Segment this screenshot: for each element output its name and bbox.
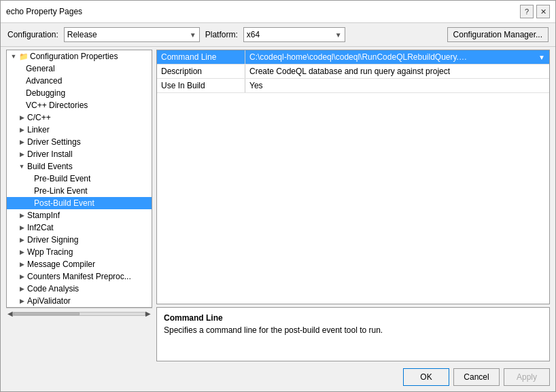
prop-row-description[interactable]: Description Create CodeQL database and r…	[157, 65, 549, 79]
config-manager-button[interactable]: Configuration Manager...	[447, 27, 549, 42]
tree-root-label: Configuration Properties	[30, 52, 118, 61]
tree-item-general-label: General	[26, 64, 55, 73]
tree-item-debugging[interactable]: Debugging	[7, 87, 152, 99]
linker-expand-icon: ▶	[18, 126, 26, 134]
tree-item-build-events-label: Build Events	[27, 162, 73, 171]
right-panel: Command Line C:\codeql-home\codeql\codeq…	[156, 50, 550, 361]
tree-item-code-analysis[interactable]: ▶ Code Analysis	[7, 283, 152, 295]
tree-item-pre-build[interactable]: Pre-Build Event	[7, 173, 152, 185]
tree-item-advanced-label: Advanced	[26, 76, 62, 86]
tree-root[interactable]: ▼ 📁 Configuration Properties	[7, 50, 152, 63]
prop-row-commandline[interactable]: Command Line C:\codeql-home\codeql\codeq…	[157, 50, 549, 65]
tree-item-cpp[interactable]: ▶ C/C++	[7, 111, 152, 124]
tree-item-driver-signing-label: Driver Signing	[27, 235, 78, 245]
cancel-button[interactable]: Cancel	[453, 368, 500, 386]
msg-compiler-expand-icon: ▶	[18, 260, 26, 268]
tree-item-apivalidator[interactable]: ▶ ApiValidator	[7, 295, 152, 307]
title-bar-controls: ? ✕	[520, 5, 550, 18]
driver-install-expand-icon: ▶	[18, 150, 26, 158]
tree-item-stampinf[interactable]: ▶ StampInf	[7, 209, 152, 221]
tree-panel: ▼ 📁 Configuration Properties General Adv…	[6, 50, 152, 308]
apivalidator-expand-icon: ▶	[18, 297, 26, 305]
tree-item-inf2cat-label: Inf2Cat	[27, 223, 54, 232]
prop-name-useinbuild: Use In Build	[157, 79, 245, 92]
platform-dropdown-arrow: ▼	[335, 31, 342, 39]
tree-item-counters[interactable]: ▶ Counters Manifest Preproc...	[7, 270, 152, 283]
tree-item-driver-signing[interactable]: ▶ Driver Signing	[7, 234, 152, 246]
tree-item-pre-link-label: Pre-Link Event	[34, 186, 88, 196]
tree-item-general[interactable]: General	[7, 63, 152, 75]
scroll-left-icon[interactable]: ◀	[7, 310, 13, 317]
tree-item-cpp-label: C/C++	[27, 113, 51, 122]
tree-item-stampinf-label: StampInf	[27, 211, 60, 220]
config-bar: Configuration: Release ▼ Platform: x64 ▼…	[1, 23, 555, 47]
inf2cat-expand-icon: ▶	[18, 224, 26, 232]
counters-expand-icon: ▶	[18, 272, 26, 281]
property-pages-dialog: echo Property Pages ? ✕ Configuration: R…	[0, 0, 556, 392]
tree-item-advanced[interactable]: Advanced	[7, 75, 152, 87]
tree-item-apivalidator-label: ApiValidator	[27, 296, 71, 306]
tree-item-build-events[interactable]: ▼ Build Events	[7, 160, 152, 173]
tree-scrollbar[interactable]: ◀ ▶	[6, 308, 152, 319]
code-analysis-expand-icon: ▶	[18, 285, 26, 293]
apply-button[interactable]: Apply	[504, 368, 550, 386]
prop-row-useinbuild[interactable]: Use In Build Yes	[157, 79, 549, 93]
tree-item-linker[interactable]: ▶ Linker	[7, 124, 152, 136]
description-text: Specifies a command line for the post-bu…	[164, 325, 542, 335]
tree-item-vcdirs[interactable]: VC++ Directories	[7, 99, 152, 111]
scrollbar-track[interactable]	[13, 312, 145, 316]
tree-item-pre-link[interactable]: Pre-Link Event	[7, 185, 152, 197]
tree-item-post-build-label: Post-Build Event	[34, 198, 94, 208]
tree-item-linker-label: Linker	[27, 125, 50, 135]
tree-item-msg-compiler[interactable]: ▶ Message Compiler	[7, 258, 152, 270]
driver-signing-expand-icon: ▶	[18, 236, 26, 244]
close-button[interactable]: ✕	[536, 5, 550, 18]
tree-item-debugging-label: Debugging	[26, 88, 65, 98]
ok-button[interactable]: OK	[403, 368, 449, 386]
commandline-dropdown-arrow[interactable]: ▼	[538, 54, 545, 61]
description-box: Command Line Specifies a command line fo…	[156, 307, 550, 361]
prop-value-commandline[interactable]: C:\codeql-home\codeql\codeql\RunCodeQLRe…	[245, 50, 549, 64]
prop-name-commandline: Command Line	[157, 50, 245, 64]
tree-item-wpp-label: Wpp Tracing	[27, 247, 73, 257]
tree-item-vcdirs-label: VC++ Directories	[26, 101, 88, 110]
tree-item-inf2cat[interactable]: ▶ Inf2Cat	[7, 221, 152, 234]
main-content: ▼ 📁 Configuration Properties General Adv…	[1, 47, 555, 364]
platform-dropdown[interactable]: x64 ▼	[243, 27, 345, 42]
tree-item-driver-install[interactable]: ▶ Driver Install	[7, 148, 152, 160]
tree-item-wpp[interactable]: ▶ Wpp Tracing	[7, 246, 152, 258]
build-events-expand-icon: ▼	[18, 162, 26, 171]
properties-table: Command Line C:\codeql-home\codeql\codeq…	[156, 50, 550, 304]
configuration-dropdown[interactable]: Release ▼	[64, 27, 200, 42]
scroll-right-icon[interactable]: ▶	[145, 310, 151, 317]
platform-label: Platform:	[205, 30, 238, 39]
prop-name-description: Description	[157, 65, 245, 78]
configuration-value: Release	[67, 30, 97, 39]
description-title: Command Line	[164, 313, 542, 323]
tree-item-counters-label: Counters Manifest Preproc...	[27, 272, 131, 281]
tree-item-pre-build-label: Pre-Build Event	[34, 174, 90, 183]
stampinf-expand-icon: ▶	[18, 211, 26, 219]
tree-item-driver-settings-label: Driver Settings	[27, 137, 81, 147]
dialog-title: echo Property Pages	[6, 7, 82, 16]
button-row: OK Cancel Apply	[1, 364, 555, 391]
root-expand-icon: ▼	[10, 52, 18, 60]
platform-value: x64	[247, 30, 260, 39]
tree-item-msg-compiler-label: Message Compiler	[27, 260, 95, 269]
config-label: Configuration:	[7, 30, 58, 39]
help-button[interactable]: ?	[520, 5, 534, 18]
tree-item-driver-install-label: Driver Install	[27, 149, 73, 159]
root-folder-icon: 📁	[19, 52, 29, 61]
tree-item-code-analysis-label: Code Analysis	[27, 284, 79, 293]
tree-item-post-build[interactable]: Post-Build Event	[7, 197, 152, 209]
driver-settings-expand-icon: ▶	[18, 138, 26, 146]
tree-item-driver-settings[interactable]: ▶ Driver Settings	[7, 136, 152, 148]
cpp-expand-icon: ▶	[18, 113, 26, 122]
title-bar: echo Property Pages ? ✕	[1, 1, 555, 23]
prop-value-useinbuild: Yes	[245, 79, 549, 92]
config-dropdown-arrow: ▼	[190, 31, 196, 39]
wpp-expand-icon: ▶	[18, 248, 26, 256]
prop-value-description: Create CodeQL database and run query aga…	[245, 65, 549, 78]
